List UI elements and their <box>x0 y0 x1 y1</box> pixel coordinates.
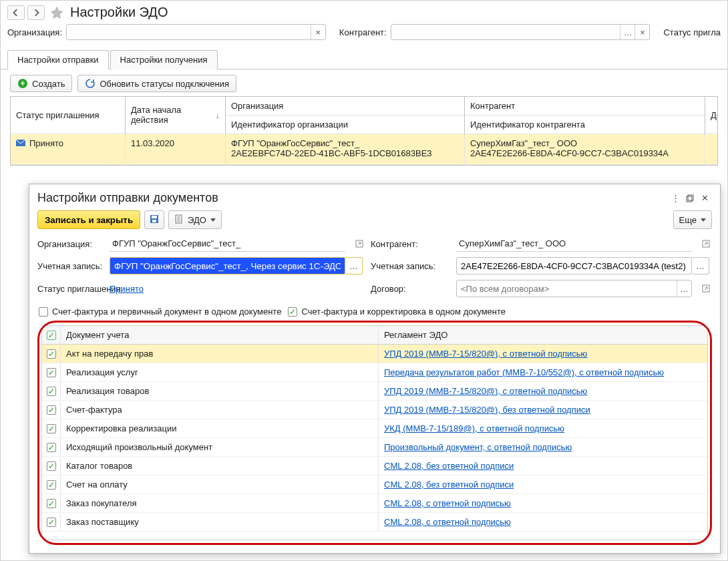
grid-header-org[interactable]: Организация <box>226 97 464 116</box>
save-button[interactable] <box>144 210 164 229</box>
check-corr-doc[interactable]: Счет-фактура и корректировка в одном док… <box>288 307 506 317</box>
nav-back-button[interactable] <box>7 5 25 20</box>
filter-kont-clear-button[interactable]: × <box>634 25 649 39</box>
filter-kont-more-button[interactable]: … <box>620 25 634 39</box>
window-restore-button[interactable] <box>683 192 697 205</box>
doc-table-row[interactable]: Реализация услугПередача результатов раб… <box>42 363 707 382</box>
doc-row-reg-link[interactable]: CML 2.08, без ответной подписи <box>384 480 514 490</box>
doc-row-reg-link[interactable]: Произвольный документ, с ответной подпис… <box>384 442 572 452</box>
filter-org-input[interactable] <box>67 25 311 39</box>
check-same-doc[interactable]: Счет-фактура и первичный документ в одно… <box>39 307 281 317</box>
filter-kont-input[interactable] <box>391 25 620 39</box>
checkbox-checked-icon <box>47 331 56 340</box>
panel-dog-more-button[interactable]: … <box>677 280 691 297</box>
grid-header-kont-id[interactable]: Идентификатор контрагента <box>465 116 705 134</box>
refresh-status-button[interactable]: Обновить статусы подключения <box>77 75 236 92</box>
doc-table-row[interactable]: Заказ поставщикуCML 2.08, с ответной под… <box>42 513 707 532</box>
doc-row-checkbox[interactable] <box>42 438 61 456</box>
tab-send[interactable]: Настройки отправки <box>7 50 109 69</box>
panel-acct2-input[interactable] <box>457 258 691 274</box>
doc-row-reg-link[interactable]: CML 2.08, с ответной подписью <box>384 498 511 508</box>
checkbox-icon <box>47 424 56 433</box>
svg-rect-1 <box>687 196 692 202</box>
grid-header-dog[interactable]: Дого <box>705 97 718 134</box>
doc-table-row[interactable]: Корректировка реализацииУКД (ММВ-7-15/18… <box>42 419 707 438</box>
checkbox-checked-icon <box>288 307 297 317</box>
doc-row-reg-link[interactable]: УПД 2019 (ММВ-7-15/820@), без ответной п… <box>384 405 590 415</box>
sort-indicator-icon: ↓ <box>216 110 220 120</box>
filter-org-clear-button[interactable]: × <box>311 25 325 39</box>
grid-header-status[interactable]: Статус приглашения <box>11 97 125 134</box>
doc-table-header-doc[interactable]: Документ учета <box>61 326 379 344</box>
kebab-menu-button[interactable]: ⋮ <box>668 192 683 205</box>
panel-status-link[interactable]: Принято <box>110 284 144 294</box>
panel-kont-label: Контрагент: <box>371 239 451 249</box>
checkbox-icon <box>47 405 56 415</box>
checkbox-icon <box>47 443 56 452</box>
doc-row-checkbox[interactable] <box>42 513 61 531</box>
panel-acct-input[interactable] <box>110 258 345 274</box>
doc-table-row[interactable]: Каталог товаровCML 2.08, без ответной по… <box>42 457 707 476</box>
doc-row-reg-link[interactable]: CML 2.08, с ответной подписью <box>384 517 511 527</box>
doc-row-checkbox[interactable] <box>42 363 61 381</box>
doc-table-check-all[interactable] <box>42 326 61 344</box>
grid-cell-date: 11.03.2020 <box>131 138 220 148</box>
panel-acct-more-button[interactable]: … <box>345 257 363 274</box>
doc-row-reg-link[interactable]: УПД 2019 (ММВ-7-15/820@), с ответной под… <box>384 386 587 396</box>
panel-dog-open-button[interactable] <box>697 285 715 293</box>
doc-row-checkbox[interactable] <box>42 419 61 437</box>
more-dropdown-label: Еще <box>679 215 697 225</box>
doc-row-doc: Корректировка реализации <box>61 419 379 437</box>
doc-table-row[interactable]: Реализация товаровУПД 2019 (ММВ-7-15/820… <box>42 382 707 401</box>
panel-acct2-more-button[interactable]: … <box>692 257 709 274</box>
doc-table-header-reg[interactable]: Регламент ЭДО <box>379 326 707 344</box>
doc-row-reg-link[interactable]: CML 2.08, без ответной подписи <box>384 461 514 471</box>
close-button[interactable]: ✕ <box>697 192 712 205</box>
doc-row-reg-link[interactable]: Передача результатов работ (ММВ-7-10/552… <box>384 367 664 377</box>
send-settings-panel: Настройки отправки документов ⋮ ✕ Записа… <box>29 184 721 554</box>
doc-row-checkbox[interactable] <box>42 382 61 400</box>
doc-row-checkbox[interactable] <box>42 494 61 512</box>
panel-dog-input[interactable] <box>457 280 677 297</box>
nav-forward-button[interactable] <box>27 5 45 20</box>
checkbox-icon <box>47 518 56 527</box>
grid-header-kont[interactable]: Контрагент <box>465 97 705 116</box>
panel-acct2-label: Учетная запись: <box>371 261 451 271</box>
filter-kont-label: Контрагент: <box>339 27 387 37</box>
panel-kont-open-button[interactable] <box>697 240 715 248</box>
star-icon[interactable] <box>50 6 63 19</box>
page-title: Настройки ЭДО <box>70 5 168 20</box>
refresh-status-label: Обновить статусы подключения <box>100 79 229 89</box>
doc-row-checkbox[interactable] <box>42 345 61 363</box>
doc-table-highlight: Документ учета Регламент ЭДО Акт на пере… <box>37 321 712 545</box>
doc-row-doc: Счет на оплату <box>61 476 379 494</box>
panel-org-open-button[interactable] <box>351 240 368 248</box>
doc-row-reg-link[interactable]: УПД 2019 (ММВ-7-15/820@), с ответной под… <box>384 349 587 359</box>
panel-org-label: Организация: <box>37 239 104 249</box>
doc-row-reg-link[interactable]: УКД (ММВ-7-15/189@), с ответной подписью <box>384 423 564 433</box>
doc-table-row[interactable]: Заказ покупателяCML 2.08, с ответной под… <box>42 494 707 513</box>
save-and-close-button[interactable]: Записать и закрыть <box>37 210 140 229</box>
tab-receive[interactable]: Настройки получения <box>110 50 218 69</box>
doc-row-checkbox[interactable] <box>42 476 61 494</box>
grid-row[interactable]: Принято11.03.2020ФГУП "ОранжГосСервис"_т… <box>11 134 717 165</box>
grid-header-date[interactable]: Дата начала действия↓ <box>126 97 225 134</box>
grid-header-org-id[interactable]: Идентификатор организации <box>226 116 464 134</box>
panel-acct-label: Учетная запись: <box>37 261 104 271</box>
more-dropdown-button[interactable]: Еще <box>673 210 712 229</box>
grid-cell-org: ФГУП "ОранжГосСервис"_тест_ <box>231 138 459 148</box>
edo-dropdown-button[interactable]: ЭДО <box>168 210 222 229</box>
doc-table-row[interactable]: Исходящий произвольный документПроизволь… <box>42 438 707 457</box>
svg-rect-4 <box>152 216 157 218</box>
create-button[interactable]: + Создать <box>10 75 72 92</box>
filter-org-label: Организация: <box>7 27 62 37</box>
panel-status-label: Статус приглашения: <box>37 284 104 294</box>
doc-table-row[interactable]: Счет на оплатуCML 2.08, без ответной под… <box>42 476 707 494</box>
doc-row-doc: Исходящий произвольный документ <box>61 438 379 456</box>
check-corr-doc-label: Счет-фактура и корректировка в одном док… <box>301 307 506 317</box>
edo-dropdown-label: ЭДО <box>188 215 206 225</box>
doc-row-checkbox[interactable] <box>42 457 61 475</box>
doc-table-row[interactable]: Акт на передачу правУПД 2019 (ММВ-7-15/8… <box>42 345 707 363</box>
doc-row-checkbox[interactable] <box>42 401 61 419</box>
doc-table-row[interactable]: Счет-фактураУПД 2019 (ММВ-7-15/820@), бе… <box>42 401 707 419</box>
